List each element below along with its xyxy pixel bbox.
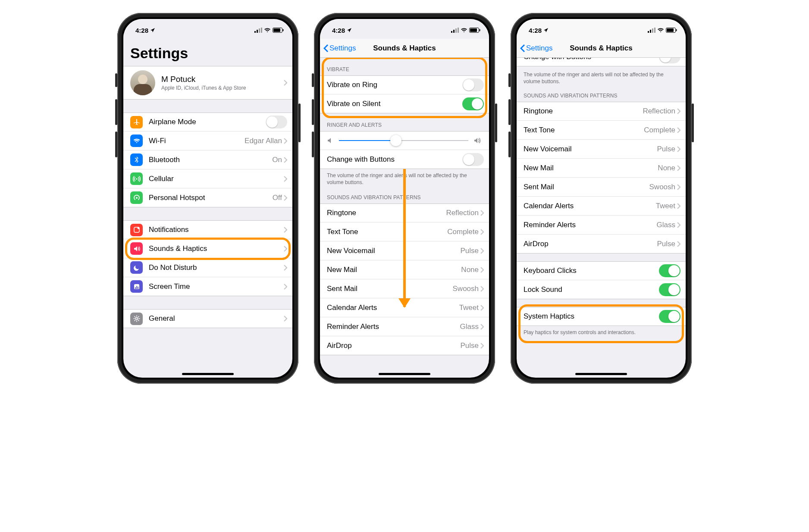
vibrate-row-vibrate-on-ring[interactable]: Vibrate on Ring — [320, 75, 489, 94]
svg-rect-21 — [650, 30, 651, 33]
row-detail: Reflection — [643, 107, 675, 116]
volume-down — [312, 131, 314, 157]
row-toggle[interactable] — [462, 78, 484, 91]
settings-row-bluetooth[interactable]: BluetoothOn — [123, 150, 292, 169]
row-label: General — [149, 314, 284, 323]
change-buttons-label: Change with Buttons — [327, 155, 462, 164]
svg-rect-2 — [259, 28, 260, 33]
volume-switch — [115, 73, 117, 87]
wifi-icon — [461, 28, 467, 33]
chevron-right-icon — [480, 324, 484, 330]
sound-row-text-tone[interactable]: Text ToneComplete — [517, 121, 686, 140]
switch-row-lock-sound[interactable]: Lock Sound — [517, 280, 686, 299]
partial-change-buttons-row[interactable]: Change with Buttons — [517, 58, 686, 68]
ringer-header: RINGER AND ALERTS — [320, 113, 489, 131]
chevron-right-icon — [677, 222, 680, 228]
wifi-icon — [130, 135, 143, 147]
system-haptics-row[interactable]: System Haptics — [517, 307, 686, 326]
sound-row-reminder-alerts[interactable]: Reminder AlertsGlass — [320, 317, 489, 336]
row-label: Sent Mail — [327, 285, 453, 293]
change-buttons-toggle[interactable] — [659, 58, 680, 63]
sounds-icon — [130, 242, 143, 255]
volume-switch — [312, 73, 314, 87]
row-toggle[interactable] — [266, 116, 287, 128]
svg-rect-15 — [455, 28, 457, 33]
settings-row-personal-hotspot[interactable]: Personal HotspotOff — [123, 188, 292, 207]
row-label: Sounds & Haptics — [149, 244, 284, 253]
volume-down — [115, 131, 117, 157]
row-label: Screen Time — [149, 282, 284, 291]
sound-row-ringtone[interactable]: RingtoneReflection — [517, 102, 686, 121]
settings-row-wi-fi[interactable]: Wi-FiEdgar Allan — [123, 131, 292, 150]
svg-rect-16 — [458, 28, 459, 33]
apple-id-row[interactable]: M Potuck Apple ID, iCloud, iTunes & App … — [123, 66, 292, 100]
system-haptics-label: System Haptics — [524, 312, 659, 321]
system-haptics-toggle[interactable] — [659, 310, 680, 323]
svg-rect-3 — [261, 28, 262, 33]
chevron-right-icon — [677, 241, 680, 247]
sound-row-sent-mail[interactable]: Sent MailSwoosh — [517, 178, 686, 197]
row-label: Vibrate on Ring — [327, 81, 462, 89]
volume-switch — [508, 73, 511, 87]
row-label: Do Not Disturb — [149, 263, 284, 272]
row-detail: Pulse — [460, 247, 479, 255]
bluetooth-icon — [130, 153, 143, 166]
vibrate-row-vibrate-on-silent[interactable]: Vibrate on Silent — [320, 94, 489, 113]
settings-row-cellular[interactable]: Cellular — [123, 169, 292, 188]
home-indicator[interactable] — [575, 373, 627, 375]
power-button — [692, 103, 694, 142]
ringer-volume-slider-row[interactable] — [320, 131, 489, 150]
row-detail: On — [272, 156, 282, 164]
sound-row-new-voicemail[interactable]: New VoicemailPulse — [517, 140, 686, 159]
svg-rect-26 — [676, 29, 677, 31]
avatar — [130, 70, 155, 95]
chevron-right-icon — [677, 203, 680, 209]
home-indicator[interactable] — [182, 373, 234, 375]
status-bar: 4:28 — [123, 19, 292, 39]
chevron-right-icon — [284, 157, 287, 163]
chevron-right-icon — [677, 146, 680, 152]
settings-row-screen-time[interactable]: Screen Time — [123, 277, 292, 296]
volume-slider[interactable] — [339, 140, 468, 141]
row-toggle[interactable] — [462, 97, 484, 110]
switch-row-keyboard-clicks[interactable]: Keyboard Clicks — [517, 261, 686, 280]
sound-row-calendar-alerts[interactable]: Calendar AlertsTweet — [517, 197, 686, 216]
settings-row-do-not-disturb[interactable]: Do Not Disturb — [123, 258, 292, 277]
settings-row-general[interactable]: General — [123, 309, 292, 328]
svg-point-12 — [135, 318, 138, 320]
chevron-right-icon — [284, 176, 287, 182]
volume-min-icon — [327, 137, 334, 144]
row-detail: Glass — [460, 322, 479, 331]
back-button[interactable]: Settings — [323, 44, 356, 53]
row-label: Reminder Alerts — [524, 221, 657, 229]
svg-point-8 — [136, 197, 138, 199]
status-bar: 4:28 — [517, 19, 686, 39]
row-toggle[interactable] — [659, 283, 680, 296]
row-label: New Mail — [327, 266, 461, 274]
row-toggle[interactable] — [659, 264, 680, 277]
sound-row-airdrop[interactable]: AirDropPulse — [517, 235, 686, 253]
row-detail: Pulse — [657, 145, 675, 153]
nav-title: Sounds & Haptics — [570, 44, 632, 53]
sound-row-airdrop[interactable]: AirDropPulse — [320, 336, 489, 355]
change-buttons-toggle[interactable] — [462, 153, 484, 166]
home-indicator[interactable] — [379, 373, 430, 375]
chevron-right-icon — [284, 227, 287, 233]
row-label: Text Tone — [524, 126, 644, 135]
chevron-right-icon — [480, 286, 484, 292]
row-label: New Voicemail — [327, 247, 460, 255]
volume-down — [508, 131, 511, 157]
settings-row-sounds-haptics[interactable]: Sounds & Haptics — [123, 239, 292, 258]
account-subtitle: Apple ID, iCloud, iTunes & App Store — [161, 85, 284, 91]
svg-rect-6 — [283, 29, 284, 31]
settings-row-notifications[interactable]: Notifications — [123, 220, 292, 239]
settings-row-airplane-mode[interactable]: Airplane Mode — [123, 113, 292, 131]
change-with-buttons-row[interactable]: Change with Buttons — [320, 150, 489, 169]
svg-rect-0 — [254, 31, 256, 33]
phone-2-sounds-haptics: 4:28 Settings Sounds & Haptics VIBRATE V… — [314, 13, 495, 384]
sound-row-new-mail[interactable]: New MailNone — [517, 159, 686, 178]
svg-rect-23 — [654, 28, 655, 33]
sound-row-reminder-alerts[interactable]: Reminder AlertsGlass — [517, 216, 686, 235]
back-button[interactable]: Settings — [520, 44, 552, 53]
row-label: Notifications — [149, 225, 284, 234]
